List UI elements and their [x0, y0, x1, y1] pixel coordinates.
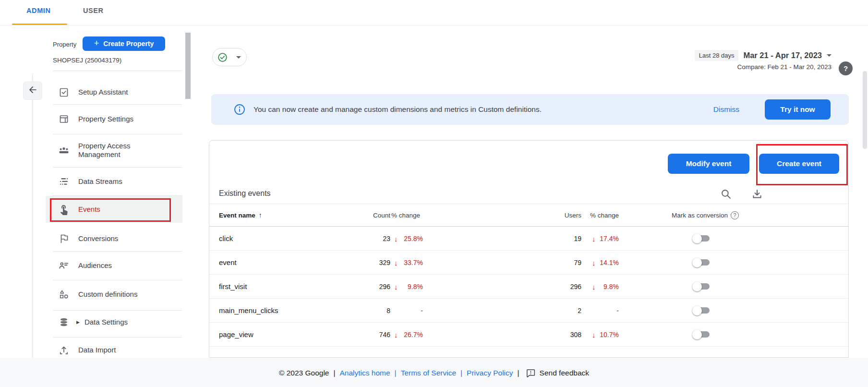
download-button[interactable]: [750, 188, 764, 201]
create-property-button[interactable]: + Create Property: [83, 36, 165, 51]
footer-link-analytics-home[interactable]: Analytics home: [340, 369, 390, 377]
down-arrow-icon: ↓: [592, 282, 596, 290]
sidebar-item-label: Property Access Management: [78, 142, 155, 159]
toggle-knob: [692, 330, 702, 339]
expand-icon[interactable]: ▶: [76, 320, 80, 325]
event-count: 329: [325, 251, 390, 274]
mark-as-conversion-toggle[interactable]: [692, 234, 711, 243]
data-streams-icon: [58, 176, 70, 187]
divider: [53, 337, 182, 338]
page-scrollbar-thumb[interactable]: [863, 71, 867, 149]
sidebar-item-label: Data Import: [78, 346, 116, 354]
sidebar-item-label: Data Streams: [78, 177, 122, 186]
sidebar-collapse-button[interactable]: [23, 82, 42, 100]
table-row: first_visit 296 ↓9.8% 296 ↓9.8%: [209, 275, 848, 299]
event-name: first_visit: [219, 275, 247, 298]
tab-admin-label: ADMIN: [26, 7, 51, 14]
active-tab-underline: [12, 24, 67, 25]
sidebar-item-label: Setup Assistant: [78, 88, 128, 97]
users-change-value: 17.4%: [600, 235, 619, 242]
date-range-picker[interactable]: Last 28 days Mar 21 - Apr 17, 2023 Compa…: [695, 50, 832, 71]
down-arrow-icon: ↓: [592, 330, 596, 339]
tab-admin[interactable]: ADMIN: [26, 0, 51, 32]
question-mark-icon: ?: [844, 64, 848, 73]
mark-as-conversion-toggle[interactable]: [692, 330, 711, 339]
column-count-change[interactable]: % change: [388, 204, 420, 226]
tab-user-label: USER: [83, 7, 104, 14]
event-count: 8: [325, 299, 390, 322]
divider: [53, 134, 182, 134]
event-name: event: [219, 251, 237, 274]
toggle-knob: [692, 234, 702, 243]
sidebar-item-events[interactable]: Events: [46, 196, 182, 223]
copyright-text: © 2023 Google: [279, 369, 329, 377]
divider: [53, 280, 182, 280]
sidebar-item-property-settings[interactable]: Property Settings: [46, 107, 182, 131]
custom-definitions-banner: You can now create and manage custom dim…: [211, 94, 849, 125]
footer-link-terms-of-service[interactable]: Terms of Service: [401, 369, 456, 377]
column-users-change[interactable]: % change: [587, 204, 619, 226]
column-label: Event name: [219, 212, 255, 219]
dismiss-button[interactable]: Dismiss: [713, 94, 739, 125]
data-settings-icon: [58, 316, 70, 328]
divider: [53, 104, 182, 105]
top-tab-bar: ADMIN USER: [0, 0, 868, 25]
sidebar-item-audiences[interactable]: Audiences: [46, 254, 182, 278]
help-tooltip-icon[interactable]: ?: [731, 211, 739, 219]
try-it-now-button[interactable]: Try it now: [765, 99, 831, 120]
create-event-button[interactable]: Create event: [759, 154, 839, 174]
sidebar-vertical-divider: [32, 74, 33, 358]
count-change-value: -: [421, 307, 423, 314]
property-section-label: Property: [53, 41, 76, 48]
sidebar-item-label: Data Settings: [84, 318, 128, 327]
events-icon: [58, 204, 70, 215]
mark-as-conversion-toggle[interactable]: [692, 306, 711, 315]
table-row: click 23 ↓25.8% 19 ↓17.4%: [209, 227, 848, 251]
sidebar-item-property-access-management[interactable]: Property Access Management: [46, 136, 182, 165]
search-button[interactable]: [719, 188, 733, 201]
feedback-icon: [526, 368, 536, 378]
down-arrow-icon: ↓: [394, 330, 398, 339]
sidebar-scrollbar-thumb[interactable]: [185, 33, 191, 99]
data-quality-dropdown[interactable]: [212, 48, 247, 66]
column-count[interactable]: Count: [325, 204, 390, 226]
footer-separator: |: [518, 369, 519, 377]
help-button[interactable]: ?: [839, 61, 853, 75]
users-change-cell: ↓10.7%: [591, 323, 619, 346]
property-name: SHOPSEJ (250043179): [53, 57, 121, 64]
column-label: Mark as conversion: [672, 212, 728, 219]
sidebar-item-data-streams[interactable]: Data Streams: [46, 169, 182, 194]
column-mark-as-conversion: Mark as conversion ?: [663, 204, 739, 226]
column-event-name[interactable]: Event name ↑: [219, 204, 262, 226]
mark-as-conversion-toggle[interactable]: [692, 282, 711, 291]
footer-separator: |: [333, 369, 335, 377]
column-users[interactable]: Users: [517, 204, 581, 226]
custom-definitions-icon: [58, 289, 70, 300]
send-feedback-button[interactable]: Send feedback: [526, 368, 589, 378]
date-preset-badge: Last 28 days: [695, 50, 739, 61]
count-change-cell: ↓9.8%: [393, 275, 423, 298]
date-range-value: Mar 21 - Apr 17, 2023: [743, 51, 822, 60]
modify-event-button[interactable]: Modify event: [668, 154, 749, 174]
audiences-icon: [58, 260, 70, 271]
send-feedback-label: Send feedback: [540, 369, 589, 377]
divider: [53, 167, 182, 168]
down-arrow-icon: ↓: [592, 258, 596, 266]
tab-user[interactable]: USER: [83, 0, 104, 32]
sidebar-item-custom-definitions[interactable]: Custom definitions: [46, 282, 182, 306]
users-change-value: 9.8%: [603, 283, 619, 290]
event-users: 296: [517, 275, 581, 298]
users-change-value: -: [616, 307, 619, 314]
count-change-cell: -: [393, 299, 423, 322]
mark-as-conversion-toggle[interactable]: [692, 258, 711, 267]
event-name: main_menu_clicks: [219, 299, 278, 322]
event-users: 79: [517, 251, 581, 274]
chevron-down-icon: [236, 56, 241, 59]
sidebar-item-data-settings[interactable]: ▶ Data Settings: [46, 310, 182, 334]
sidebar-item-label: Conversions: [78, 234, 118, 243]
footer-link-privacy-policy[interactable]: Privacy Policy: [467, 369, 513, 377]
sidebar-item-conversions[interactable]: Conversions: [46, 227, 182, 251]
event-users: 19: [517, 227, 581, 250]
sidebar-item-setup-assistant[interactable]: Setup Assistant: [46, 80, 182, 104]
conversions-flag-icon: [58, 233, 70, 244]
